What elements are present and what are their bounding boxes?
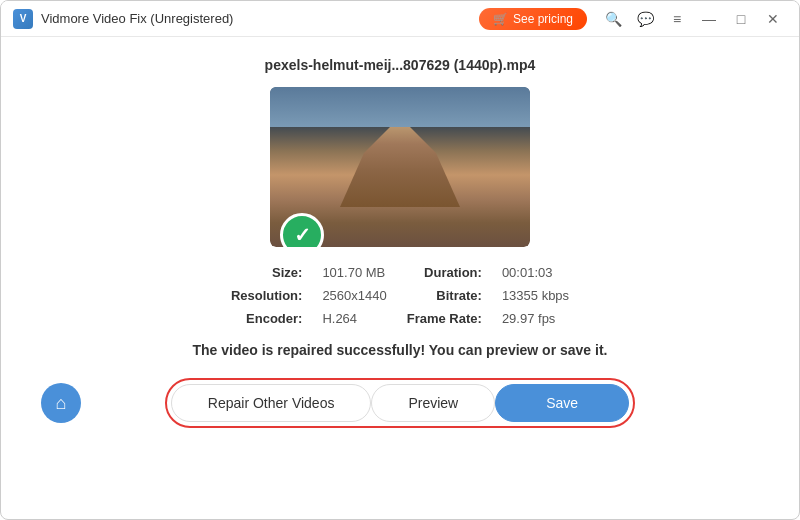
video-filename: pexels-helmut-meij...807629 (1440p).mp4 (265, 57, 536, 73)
close-button[interactable]: ✕ (759, 5, 787, 33)
action-buttons-group: Repair Other Videos Preview Save (165, 378, 635, 428)
framerate-value: 29.97 fps (502, 311, 569, 326)
maximize-button[interactable]: □ (727, 5, 755, 33)
menu-button[interactable]: ≡ (663, 5, 691, 33)
repair-other-button[interactable]: Repair Other Videos (171, 384, 372, 422)
app-logo: V (13, 9, 33, 29)
bitrate-label: Bitrate: (407, 288, 482, 303)
title-bar-right: 🛒 See pricing 🔍 💬 ≡ — □ ✕ (479, 5, 787, 33)
see-pricing-button[interactable]: 🛒 See pricing (479, 8, 587, 30)
main-content: pexels-helmut-meij...807629 (1440p).mp4 … (1, 37, 799, 520)
resolution-value: 2560x1440 (322, 288, 386, 303)
home-button[interactable]: ⌂ (41, 383, 81, 423)
title-bar: V Vidmore Video Fix (Unregistered) 🛒 See… (1, 1, 799, 37)
encoder-label: Encoder: (231, 311, 303, 326)
duration-label: Duration: (407, 265, 482, 280)
size-label: Size: (231, 265, 303, 280)
app-title: Vidmore Video Fix (Unregistered) (41, 11, 233, 26)
title-bar-left: V Vidmore Video Fix (Unregistered) (13, 9, 233, 29)
cart-icon: 🛒 (493, 12, 508, 26)
success-message: The video is repaired successfully! You … (193, 342, 608, 358)
video-info-grid: Size: 101.70 MB Duration: 00:01:03 Resol… (231, 265, 569, 326)
see-pricing-label: See pricing (513, 12, 573, 26)
size-value: 101.70 MB (322, 265, 386, 280)
search-button[interactable]: 🔍 (599, 5, 627, 33)
save-button[interactable]: Save (495, 384, 629, 422)
video-preview-container: ✓ (270, 87, 530, 247)
framerate-label: Frame Rate: (407, 311, 482, 326)
duration-value: 00:01:03 (502, 265, 569, 280)
minimize-button[interactable]: — (695, 5, 723, 33)
preview-button[interactable]: Preview (371, 384, 495, 422)
bottom-bar: ⌂ Repair Other Videos Preview Save (41, 378, 759, 428)
chat-button[interactable]: 💬 (631, 5, 659, 33)
bitrate-value: 13355 kbps (502, 288, 569, 303)
encoder-value: H.264 (322, 311, 386, 326)
resolution-label: Resolution: (231, 288, 303, 303)
